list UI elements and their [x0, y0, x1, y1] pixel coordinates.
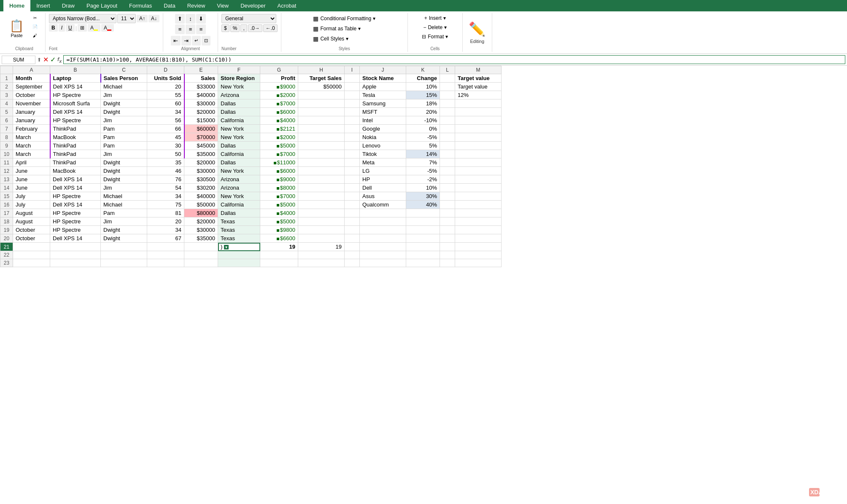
- cell-C19[interactable]: Dwight: [101, 226, 147, 234]
- fill-color-button[interactable]: A: [88, 24, 100, 32]
- cell-A5[interactable]: January: [13, 108, 50, 116]
- cell-G12[interactable]: $6000: [260, 167, 298, 175]
- row-num-12[interactable]: 12: [0, 167, 13, 175]
- align-center-button[interactable]: ≡: [186, 24, 195, 34]
- cell-G8[interactable]: $2000: [260, 133, 298, 142]
- cell-K1[interactable]: Change: [406, 74, 440, 83]
- cell-B6[interactable]: HP Spectre: [50, 116, 101, 125]
- bold-button[interactable]: B: [49, 24, 58, 32]
- cell-A14[interactable]: June: [13, 184, 50, 192]
- cell-A23[interactable]: [13, 259, 50, 267]
- cell-D14[interactable]: 54: [147, 184, 184, 192]
- cell-D8[interactable]: 45: [147, 133, 184, 142]
- cell-F18[interactable]: Texas: [218, 217, 260, 226]
- format-button[interactable]: ⊟ Format ▾: [419, 32, 451, 41]
- insert-dropdown-icon[interactable]: ▾: [443, 15, 446, 21]
- cell-D13[interactable]: 76: [147, 175, 184, 184]
- percent-button[interactable]: $: [221, 24, 229, 32]
- cell-F6[interactable]: California: [218, 116, 260, 125]
- cell-A6[interactable]: January: [13, 116, 50, 125]
- cell-H18[interactable]: [298, 217, 345, 226]
- format-dropdown-icon[interactable]: ▾: [445, 34, 448, 40]
- cell-G6[interactable]: $4000: [260, 116, 298, 125]
- cell-I16[interactable]: [345, 201, 360, 209]
- cell-K16[interactable]: 40%: [406, 201, 440, 209]
- cell-J16[interactable]: Qualcomm: [360, 201, 406, 209]
- cell-H11[interactable]: [298, 158, 345, 167]
- cell-I18[interactable]: [345, 217, 360, 226]
- cell-C10[interactable]: Jim: [101, 150, 147, 158]
- cell-B7[interactable]: ThinkPad: [50, 125, 101, 133]
- cell-C18[interactable]: Jim: [101, 217, 147, 226]
- cell-L5[interactable]: [440, 108, 455, 116]
- cell-K20[interactable]: [406, 234, 440, 243]
- cell-reference-input[interactable]: [2, 56, 35, 64]
- cell-L17[interactable]: [440, 209, 455, 217]
- cell-B19[interactable]: HP Spectre: [50, 226, 101, 234]
- cell-J6[interactable]: Intel: [360, 116, 406, 125]
- cell-E9[interactable]: $45000: [184, 142, 218, 150]
- cell-F5[interactable]: Dallas: [218, 108, 260, 116]
- cell-A16[interactable]: July: [13, 201, 50, 209]
- cell-M23[interactable]: [455, 259, 502, 267]
- cell-K7[interactable]: 0%: [406, 125, 440, 133]
- cell-I3[interactable]: [345, 91, 360, 99]
- tab-page-layout[interactable]: Page Layout: [81, 0, 123, 11]
- cell-M7[interactable]: [455, 125, 502, 133]
- cell-M12[interactable]: [455, 167, 502, 175]
- cell-I8[interactable]: [345, 133, 360, 142]
- formula-input[interactable]: [63, 55, 845, 64]
- cell-A9[interactable]: March: [13, 142, 50, 150]
- decrease-indent-button[interactable]: ⇤: [171, 36, 181, 46]
- cell-C13[interactable]: Dwight: [101, 175, 147, 184]
- cell-E6[interactable]: $15000: [184, 116, 218, 125]
- conditional-formatting-dropdown[interactable]: ▾: [373, 16, 375, 21]
- cell-K22[interactable]: [406, 251, 440, 259]
- cell-A17[interactable]: August: [13, 209, 50, 217]
- cell-J22[interactable]: [360, 251, 406, 259]
- tab-view[interactable]: View: [211, 0, 235, 11]
- cell-J20[interactable]: [360, 234, 406, 243]
- tab-acrobat[interactable]: Acrobat: [272, 0, 302, 11]
- row-num-1[interactable]: 1: [0, 74, 13, 83]
- cell-E22[interactable]: [184, 251, 218, 259]
- row-num-22[interactable]: 22: [0, 251, 13, 259]
- cell-H21[interactable]: 19: [298, 243, 345, 251]
- cell-E8[interactable]: $70000: [184, 133, 218, 142]
- cell-D11[interactable]: 35: [147, 158, 184, 167]
- cell-A3[interactable]: October: [13, 91, 50, 99]
- cell-H10[interactable]: [298, 150, 345, 158]
- row-num-15[interactable]: 15: [0, 192, 13, 201]
- cell-H2[interactable]: $50000: [298, 83, 345, 91]
- cell-M20[interactable]: [455, 234, 502, 243]
- cell-I6[interactable]: [345, 116, 360, 125]
- row-num-17[interactable]: 17: [0, 209, 13, 217]
- cell-K10[interactable]: 14%: [406, 150, 440, 158]
- cell-F15[interactable]: New York: [218, 192, 260, 201]
- cell-L22[interactable]: [440, 251, 455, 259]
- cell-D16[interactable]: 75: [147, 201, 184, 209]
- increase-font-button[interactable]: A↑: [137, 15, 148, 22]
- cell-M10[interactable]: [455, 150, 502, 158]
- cell-G15[interactable]: $7000: [260, 192, 298, 201]
- cell-L11[interactable]: [440, 158, 455, 167]
- cell-H19[interactable]: [298, 226, 345, 234]
- cell-K21[interactable]: [406, 243, 440, 251]
- cell-H20[interactable]: [298, 234, 345, 243]
- cell-M2[interactable]: Target value: [455, 83, 502, 91]
- cell-G21[interactable]: 19: [260, 243, 298, 251]
- cell-A21[interactable]: [13, 243, 50, 251]
- col-header-E[interactable]: E: [184, 66, 218, 74]
- cell-I13[interactable]: [345, 175, 360, 184]
- cell-C22[interactable]: [101, 251, 147, 259]
- align-left-button[interactable]: ≡: [175, 24, 185, 34]
- cell-B21[interactable]: [50, 243, 101, 251]
- cell-G2[interactable]: $9000: [260, 83, 298, 91]
- cell-K14[interactable]: 10%: [406, 184, 440, 192]
- cell-G19[interactable]: $9800: [260, 226, 298, 234]
- cell-I14[interactable]: [345, 184, 360, 192]
- cell-E16[interactable]: $50000: [184, 201, 218, 209]
- copy-button[interactable]: 📄: [28, 23, 42, 31]
- row-num-21[interactable]: 21: [0, 243, 13, 251]
- cell-L16[interactable]: [440, 201, 455, 209]
